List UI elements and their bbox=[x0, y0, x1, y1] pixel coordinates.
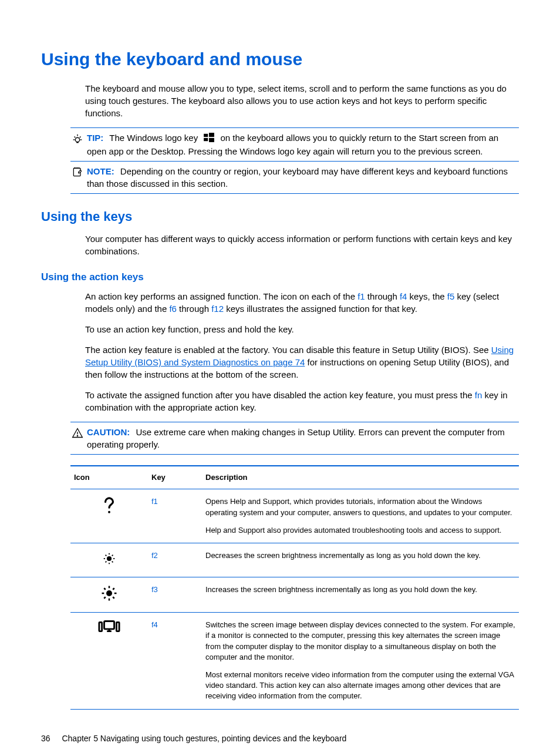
svg-line-21 bbox=[106, 562, 107, 563]
svg-rect-33 bbox=[104, 621, 114, 629]
caution-label: CAUTION: bbox=[87, 427, 130, 437]
note-callout: NOTE: Depending on the country or region… bbox=[70, 162, 519, 194]
svg-rect-6 bbox=[204, 133, 208, 136]
key-f5: f5 bbox=[447, 291, 455, 301]
svg-point-13 bbox=[108, 511, 110, 513]
desc-text: Help and Support also provides automated… bbox=[205, 525, 515, 536]
action-keys-table: Icon Key Description f1 Opens Help and S… bbox=[70, 465, 519, 709]
key-f12: f12 bbox=[211, 304, 224, 314]
svg-rect-36 bbox=[116, 623, 119, 631]
key-fn: fn bbox=[475, 390, 483, 400]
table-row: f2 Decreases the screen brightness incre… bbox=[70, 543, 519, 577]
caution-text: Use extreme care when making changes in … bbox=[87, 427, 505, 449]
desc-text: Most external monitors receive video inf… bbox=[205, 670, 515, 702]
key-f6: f6 bbox=[169, 304, 177, 314]
desc-text: Switches the screen image between displa… bbox=[205, 620, 515, 663]
action-para-4: To activate the assigned function after … bbox=[85, 389, 519, 414]
table-row: f3 Increases the screen brightness incre… bbox=[70, 577, 519, 613]
tip-label: TIP: bbox=[87, 133, 103, 143]
svg-point-12 bbox=[77, 435, 77, 436]
intro-paragraph: The keyboard and mouse allow you to type… bbox=[85, 82, 519, 119]
brightness-up-icon bbox=[70, 577, 148, 613]
th-icon: Icon bbox=[70, 466, 148, 489]
key-f1: f1 bbox=[357, 291, 365, 301]
caution-callout: CAUTION: Use extreme care when making ch… bbox=[70, 422, 519, 455]
svg-rect-8 bbox=[204, 137, 208, 140]
svg-line-28 bbox=[104, 588, 106, 590]
svg-line-4 bbox=[75, 136, 76, 137]
key-f4: f4 bbox=[400, 291, 407, 301]
table-row: f1 Opens Help and Support, which provide… bbox=[70, 489, 519, 543]
action-para-2: To use an action key function, press and… bbox=[85, 323, 519, 335]
desc-text: Increases the screen brightness incremen… bbox=[205, 584, 515, 595]
svg-point-23 bbox=[106, 590, 112, 596]
svg-line-30 bbox=[104, 597, 106, 599]
svg-line-20 bbox=[112, 562, 113, 563]
tip-text-pre: The Windows logo key bbox=[109, 133, 198, 143]
page-footer: 36 Chapter 5 Navigating using touch gest… bbox=[41, 733, 519, 745]
th-desc: Description bbox=[202, 466, 519, 489]
tip-callout: TIP: The Windows logo key on the keyboar… bbox=[70, 127, 519, 162]
brightness-down-icon bbox=[70, 543, 148, 577]
desc-text: Decreases the screen brightness incremen… bbox=[205, 550, 515, 561]
svg-line-29 bbox=[113, 597, 114, 599]
heading-3: Using the action keys bbox=[41, 270, 519, 284]
heading-2: Using the keys bbox=[41, 208, 519, 226]
heading-1: Using the keyboard and mouse bbox=[41, 47, 519, 72]
note-text: Depending on the country or region, your… bbox=[87, 166, 508, 189]
svg-line-5 bbox=[80, 136, 81, 137]
keys-intro: Your computer has different ways to quic… bbox=[85, 233, 519, 257]
svg-line-22 bbox=[112, 555, 113, 556]
key-cell: f3 bbox=[148, 577, 202, 613]
svg-rect-7 bbox=[209, 133, 214, 137]
svg-point-0 bbox=[75, 137, 79, 142]
key-cell: f1 bbox=[148, 489, 202, 543]
svg-line-31 bbox=[113, 588, 114, 590]
th-key: Key bbox=[148, 466, 202, 489]
help-icon bbox=[70, 489, 148, 543]
svg-rect-32 bbox=[99, 623, 102, 631]
table-row: f4 Switches the screen image between dis… bbox=[70, 613, 519, 709]
action-para-1: An action key performs an assigned funct… bbox=[85, 290, 519, 315]
note-label: NOTE: bbox=[87, 166, 114, 176]
desc-text: Opens Help and Support, which provides t… bbox=[205, 496, 515, 518]
action-para-3: The action key feature is enabled at the… bbox=[85, 344, 519, 381]
windows-logo-icon bbox=[204, 133, 214, 145]
note-icon bbox=[70, 165, 85, 190]
display-switch-icon bbox=[70, 613, 148, 709]
key-cell: f4 bbox=[148, 613, 202, 709]
tip-icon bbox=[70, 132, 85, 157]
svg-rect-9 bbox=[209, 137, 214, 142]
caution-icon bbox=[70, 426, 85, 451]
page-number: 36 bbox=[41, 734, 50, 743]
chapter-title: Chapter 5 Navigating using touch gesture… bbox=[62, 734, 346, 743]
key-cell: f2 bbox=[148, 543, 202, 577]
svg-point-14 bbox=[107, 556, 112, 561]
svg-line-19 bbox=[106, 555, 107, 556]
